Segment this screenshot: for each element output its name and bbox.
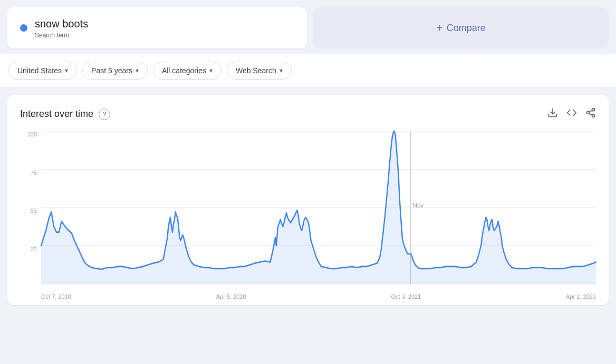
x-label-3: Oct 3, 2021	[391, 293, 421, 300]
help-icon[interactable]: ?	[99, 109, 110, 120]
location-filter[interactable]: United States ▾	[8, 62, 77, 80]
location-chevron: ▾	[65, 67, 68, 74]
y-label-50: 50	[20, 208, 41, 214]
chart-area: Nov	[41, 131, 596, 284]
compare-plus-icon: +	[436, 22, 442, 34]
search-type-filter[interactable]: Web Search ▾	[227, 62, 292, 80]
search-type-label: Web Search	[236, 66, 276, 75]
download-button[interactable]	[547, 107, 558, 121]
category-label: All categories	[162, 66, 206, 75]
chart-title: Interest over time	[20, 109, 93, 120]
search-term-text: snow boots Search term	[35, 17, 88, 39]
filters-section: United States ▾ Past 5 years ▾ All categ…	[0, 54, 616, 87]
category-filter[interactable]: All categories ▾	[153, 62, 222, 80]
svg-line-4	[589, 113, 592, 115]
compare-label: Compare	[447, 23, 486, 34]
time-range-chevron: ▾	[136, 67, 139, 74]
svg-text:Nov: Nov	[413, 202, 424, 209]
search-dot	[20, 24, 27, 32]
x-axis: Oct 7, 2018 Apr 5, 2020 Oct 3, 2021 Apr …	[41, 284, 596, 300]
chart-container: 100 75 50 25 Nov	[20, 131, 596, 300]
x-label-2: Apr 5, 2020	[216, 293, 246, 300]
search-type-chevron: ▾	[280, 67, 283, 74]
embed-button[interactable]	[566, 107, 577, 121]
share-button[interactable]	[585, 107, 596, 121]
category-chevron: ▾	[209, 67, 213, 74]
chart-actions	[547, 107, 596, 121]
x-label-4: Apr 2, 2023	[566, 293, 596, 300]
x-label-1: Oct 7, 2018	[41, 293, 71, 300]
svg-line-5	[589, 110, 592, 112]
compare-card[interactable]: + Compare	[313, 7, 609, 48]
time-range-label: Past 5 years	[91, 66, 132, 75]
chart-section: Interest over time ?	[7, 95, 609, 305]
time-range-filter[interactable]: Past 5 years ▾	[82, 62, 148, 80]
chart-title-group: Interest over time ?	[20, 109, 110, 120]
chart-header: Interest over time ?	[20, 107, 596, 121]
search-term-name: snow boots	[35, 17, 88, 31]
y-label-75: 75	[20, 170, 41, 176]
search-term-card: snow boots Search term	[7, 7, 307, 48]
top-section: snow boots Search term + Compare	[0, 0, 616, 54]
line-chart-svg: Nov	[41, 131, 596, 284]
y-label-100: 100	[20, 131, 41, 137]
search-term-type: Search term	[35, 32, 88, 39]
location-label: United States	[17, 66, 62, 75]
y-label-25: 25	[20, 246, 41, 252]
y-axis: 100 75 50 25	[20, 131, 41, 284]
